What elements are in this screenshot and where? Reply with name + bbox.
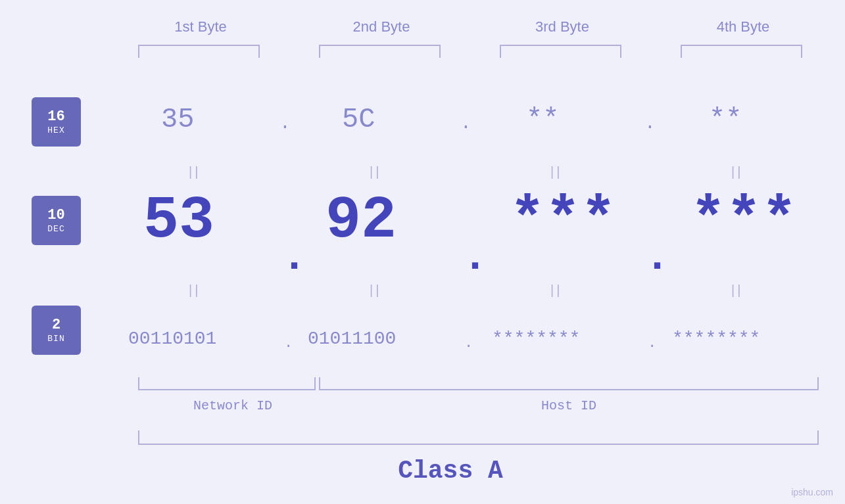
dec-value-3: *** <box>510 187 616 254</box>
bottom-bracket-host <box>319 377 819 390</box>
bin-dot-1: . <box>284 335 293 352</box>
dec-value-4: *** <box>690 187 797 254</box>
hex-dot-3: . <box>644 113 656 133</box>
hex-value-4: ** <box>709 104 742 135</box>
byte2-header: 2nd Byte <box>316 18 447 35</box>
dec-dot-3: . <box>644 233 670 282</box>
equals-hex-dec-2: || <box>370 164 381 179</box>
bottom-bracket-network <box>138 377 316 390</box>
bin-value-4: ******** <box>672 329 760 349</box>
hex-value-1: 35 <box>161 104 194 135</box>
top-bracket-2 <box>319 45 441 58</box>
equals-dec-bin-1: || <box>189 283 201 298</box>
equals-hex-dec-1: || <box>189 164 201 179</box>
top-bracket-4 <box>681 45 802 58</box>
bin-badge: 2 BIN <box>32 306 81 355</box>
byte3-header: 3rd Byte <box>496 18 628 35</box>
hex-badge-number: 16 <box>47 108 64 126</box>
dec-badge-label: DEC <box>47 224 64 234</box>
hex-dot-1: . <box>279 113 291 133</box>
top-bracket-1 <box>138 45 260 58</box>
bin-dot-2: . <box>464 335 473 352</box>
host-id-label: Host ID <box>319 398 819 413</box>
dec-value-2: 92 <box>326 187 397 254</box>
byte1-header: 1st Byte <box>135 18 266 35</box>
bin-badge-label: BIN <box>47 334 64 344</box>
bin-dot-3: . <box>648 335 656 352</box>
page: 1st Byte 2nd Byte 3rd Byte 4th Byte 16 H… <box>0 0 845 504</box>
hex-value-2: 5C <box>342 104 375 135</box>
equals-dec-bin-4: || <box>731 283 743 298</box>
hex-badge: 16 HEX <box>32 97 81 147</box>
watermark: ipshu.com <box>791 487 833 497</box>
equals-dec-bin-2: || <box>370 283 381 298</box>
bin-badge-number: 2 <box>52 317 60 334</box>
class-label: Class A <box>319 457 582 485</box>
dec-value-1: 53 <box>143 187 214 254</box>
big-bottom-bracket <box>138 430 819 445</box>
hex-dot-2: . <box>460 113 471 133</box>
dec-badge-number: 10 <box>47 207 64 224</box>
top-bracket-3 <box>500 45 621 58</box>
bin-value-1: 00110101 <box>128 329 216 349</box>
equals-dec-bin-3: || <box>550 283 562 298</box>
dec-dot-2: . <box>462 233 488 282</box>
hex-badge-label: HEX <box>47 126 64 135</box>
dec-dot-1: . <box>281 233 307 282</box>
dec-badge: 10 DEC <box>32 196 81 245</box>
equals-hex-dec-4: || <box>731 164 743 179</box>
bin-value-3: ******** <box>492 329 580 349</box>
byte4-header: 4th Byte <box>677 18 809 35</box>
bin-value-2: 01011100 <box>308 329 396 349</box>
equals-hex-dec-3: || <box>550 164 562 179</box>
network-id-label: Network ID <box>154 398 312 413</box>
hex-value-3: ** <box>526 104 559 135</box>
